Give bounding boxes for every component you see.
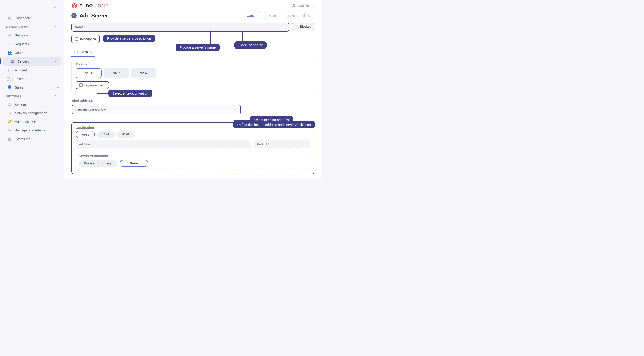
- save-button[interactable]: Save: [264, 12, 280, 20]
- nav-label: Events log: [15, 137, 30, 141]
- nav-label: Servers: [18, 60, 29, 63]
- users-icon: 👥: [7, 50, 12, 55]
- user-menu[interactable]: admin ⌄: [292, 4, 314, 8]
- callout-block: Block the server: [234, 41, 266, 49]
- destination-title: Destination: [76, 126, 94, 130]
- nav-dashboard[interactable]: ◐ Dashboard: [0, 14, 64, 22]
- brand: FUDO | ONE: [71, 3, 109, 9]
- user-icon: [292, 4, 296, 8]
- video-icon: ▣: [7, 33, 12, 37]
- bind-title: Bind address: [72, 98, 310, 102]
- name-input[interactable]: Name:: [71, 22, 289, 32]
- form-content: Name: Blocked Description SETTINGS Proto…: [64, 21, 322, 178]
- brand-sub: ONE: [98, 3, 109, 8]
- dest-ipv6[interactable]: IPv6: [117, 131, 134, 138]
- nav-system[interactable]: 🗀 System: [0, 100, 64, 109]
- nav-accounts[interactable]: ▢ Accounts +: [0, 66, 64, 74]
- protocol-panel: Protocol SSH RDP VNC Legacy ciphers: [71, 59, 314, 93]
- verify-title: Server verification: [79, 154, 307, 158]
- callout-name: Provide a server's name: [176, 44, 220, 51]
- nav-network[interactable]: ⛬ Network configuration: [0, 109, 64, 117]
- nav-events[interactable]: ▦ Events log: [0, 134, 64, 143]
- nav-label: Dashboard: [15, 16, 31, 20]
- protocol-ssh[interactable]: SSH: [76, 68, 102, 78]
- section-settings[interactable]: SETTINGS ⌃: [0, 92, 64, 100]
- chevron-up-icon: ⌃: [54, 26, 57, 29]
- destination-panel: Destination Host IPv4 IPv6 Address: Port…: [71, 122, 314, 174]
- topbar: FUDO | ONE admin ⌄: [64, 0, 322, 12]
- svg-point-2: [293, 4, 295, 6]
- nav-listeners[interactable]: ((•)) Listeners +: [0, 74, 64, 83]
- archive-icon: ▣: [7, 128, 12, 132]
- nav-label: Authentication: [15, 120, 36, 124]
- signal-icon: ((•)): [7, 77, 12, 81]
- chevron-down-icon: ⌄: [312, 4, 314, 8]
- dest-host[interactable]: Host: [76, 131, 95, 138]
- save-close-button[interactable]: Save and close: [283, 12, 314, 20]
- callout-description: Provide a server's description: [103, 35, 155, 42]
- username: admin: [299, 4, 309, 8]
- network-address-select[interactable]: Network Address: Any ⌄: [72, 105, 241, 114]
- nav-label: System: [15, 103, 26, 106]
- folder-icon: 🗀: [7, 102, 12, 106]
- nav-label: Safes: [15, 86, 23, 89]
- verify-pubkey[interactable]: Server public key: [79, 160, 118, 167]
- checkbox-icon: [295, 25, 298, 28]
- nav-sessions[interactable]: ▣ Sessions: [0, 31, 64, 40]
- bind-panel: Bind address Network Address: Any ⌄: [71, 96, 314, 118]
- brand-text: FUDO: [80, 3, 93, 8]
- nav-label: Accounts: [15, 68, 28, 72]
- tab-settings[interactable]: SETTINGS: [71, 48, 95, 56]
- gauge-icon: ◐: [7, 16, 12, 20]
- svg-point-1: [73, 5, 76, 7]
- back-button[interactable]: ←: [71, 13, 77, 18]
- checkbox-icon: [75, 37, 78, 41]
- nav-label: Backups and retention: [15, 128, 48, 132]
- nav-label: Listeners: [15, 77, 28, 81]
- chevron-down-icon: ⌄: [234, 108, 237, 111]
- nav-requests[interactable]: ▭ Requests: [0, 40, 64, 48]
- server-verification: Server verification Server public key No…: [76, 151, 310, 170]
- key-icon: 🔑: [7, 120, 12, 124]
- nav-label: Sessions: [15, 33, 28, 37]
- key-user-icon: 👤: [7, 85, 12, 90]
- nav-backups[interactable]: ▣ Backups and retention: [0, 126, 64, 134]
- brand-logo-icon: [71, 3, 78, 9]
- blocked-checkbox[interactable]: Blocked: [292, 22, 314, 30]
- action-bar: ← Add Server Cancel Save Save and close: [64, 12, 322, 21]
- callout-bind: Select the bind address: [250, 116, 293, 124]
- id-icon: ▢: [7, 68, 12, 72]
- page-title: Add Server: [80, 12, 108, 19]
- server-icon: ▤: [10, 59, 15, 64]
- protocol-vnc[interactable]: VNC: [131, 68, 156, 78]
- nav-users[interactable]: 👥 Users +: [0, 48, 64, 57]
- checkbox-icon: [79, 84, 82, 87]
- chevron-up-icon: ⌃: [54, 95, 57, 98]
- nav-label: Requests: [15, 42, 29, 46]
- calendar-icon: ▦: [7, 137, 12, 141]
- address-input[interactable]: Address:: [76, 140, 251, 148]
- plus-icon[interactable]: +: [57, 86, 59, 89]
- nav-label: Network configuration: [15, 111, 47, 115]
- collapse-icon[interactable]: «: [54, 4, 56, 10]
- sidebar: « ◐ Dashboard MANAGEMENT ⌃ ▣ Sessions ▭ …: [0, 0, 64, 178]
- protocol-rdp[interactable]: RDP: [104, 68, 129, 78]
- port-input[interactable]: Port: 22: [254, 140, 310, 148]
- plus-icon[interactable]: +: [57, 68, 59, 72]
- plus-icon[interactable]: +: [54, 60, 56, 63]
- network-icon: ⛬: [7, 111, 12, 115]
- nav-servers[interactable]: ▤ Servers +: [3, 57, 61, 66]
- nav-auth[interactable]: 🔑 Authentication: [0, 117, 64, 126]
- section-management[interactable]: MANAGEMENT ⌃: [0, 22, 64, 31]
- legacy-ciphers-checkbox[interactable]: Legacy ciphers: [76, 81, 109, 89]
- callout-encryption: Select encryption option: [108, 90, 152, 97]
- nav-label: Users: [15, 51, 24, 54]
- dest-ipv4[interactable]: IPv4: [97, 131, 115, 138]
- nav-safes[interactable]: 👤 Safes +: [0, 83, 64, 92]
- protocol-title: Protocol: [76, 62, 310, 66]
- svg-point-0: [72, 4, 77, 8]
- plus-icon[interactable]: +: [57, 77, 59, 80]
- verify-none[interactable]: None: [120, 160, 148, 167]
- plus-icon[interactable]: +: [57, 51, 59, 54]
- cancel-button[interactable]: Cancel: [242, 12, 262, 20]
